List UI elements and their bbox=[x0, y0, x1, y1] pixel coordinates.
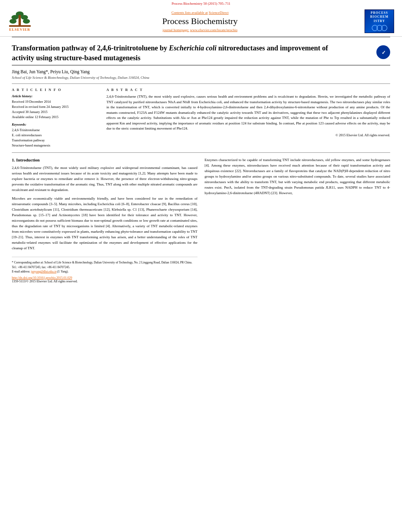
svg-rect-5 bbox=[19, 15, 21, 26]
body-two-col: 1. Introduction 2,4,6-Trinitrotoluene (T… bbox=[12, 158, 390, 283]
sciencedirect-line: Contents lists available at ScienceDirec… bbox=[43, 11, 357, 15]
accepted-date: Accepted 30 January 2015 bbox=[12, 109, 99, 115]
affiliation-line: School of Life Science & Biotechnology, … bbox=[12, 76, 390, 80]
keyword-2: E. coli nitroreductases bbox=[12, 133, 99, 138]
body-right-col: Enzymes characterized to be capable of t… bbox=[205, 158, 390, 283]
footer-section: * Corresponding author at: School of Lif… bbox=[12, 257, 197, 283]
svg-point-4 bbox=[23, 19, 30, 24]
journal-title: Process Biochemistry bbox=[43, 16, 357, 26]
journal-top-bar: Process Biochemistry 50 (2015) 705–711 bbox=[0, 0, 402, 6]
elsevier-label: ELSEVIER bbox=[9, 28, 30, 32]
crossmark-icon: ✓ bbox=[376, 45, 390, 59]
article-title-section: Transformation pathway of 2,4,6-trinitro… bbox=[12, 43, 390, 65]
keyword-3: Transformation pathway bbox=[12, 138, 99, 143]
footnote-tel: Tel.: +86 411 84707245; fax: +86 411 847… bbox=[12, 265, 197, 269]
intro-para1: 2,4,6-Trinitrotoluene (TNT), the most wi… bbox=[12, 165, 197, 193]
journal-logo-box: PROCESS BIOCHEM ISTRY bbox=[365, 9, 394, 33]
keywords-section: Keywords: 2,4,6-Trinitrotoluene E. coli … bbox=[12, 122, 99, 148]
intro-heading: 1. Introduction bbox=[12, 158, 197, 162]
journal-homepage: journal homepage: www.elsevier.com/locat… bbox=[43, 28, 357, 32]
available-date: Available online 12 February 2015 bbox=[12, 115, 99, 120]
intro-para2: Microbes are economically viable and env… bbox=[12, 196, 197, 251]
abstract-col: A B S T R A C T 2,4,6-Trinitrotoluene (T… bbox=[106, 88, 390, 148]
abstract-heading: A B S T R A C T bbox=[106, 88, 390, 92]
article-info-heading: A R T I C L E I N F O bbox=[12, 88, 99, 92]
svg-rect-6 bbox=[9, 25, 31, 27]
header-center: Contents lists available at ScienceDirec… bbox=[35, 11, 365, 32]
issn-line: 1359-5113/© 2015 Elsevier Ltd. All right… bbox=[12, 280, 197, 283]
keyword-1: 2,4,6-Trinitrotoluene bbox=[12, 128, 99, 133]
body-left-col: 1. Introduction 2,4,6-Trinitrotoluene (T… bbox=[12, 158, 197, 283]
footnote-email: E-mail address: junyang@dlut.edu.cn (J. … bbox=[12, 269, 197, 274]
copyright-line: © 2015 Elsevier Ltd. All rights reserved… bbox=[106, 133, 390, 137]
elsevier-logo-svg bbox=[9, 11, 31, 28]
article-info-col: A R T I C L E I N F O Article history: R… bbox=[12, 88, 99, 148]
keywords-label: Keywords: bbox=[12, 122, 99, 126]
doi-line: http://dx.doi.org/10.1016/j.procbio.2015… bbox=[12, 276, 197, 280]
header-area: ELSEVIER Contents lists available at Sci… bbox=[0, 6, 402, 37]
svg-point-3 bbox=[9, 19, 17, 24]
received-date: Received 19 December 2014 bbox=[12, 99, 99, 104]
article-history-label: Article history: bbox=[12, 94, 99, 98]
section-divider bbox=[12, 152, 390, 153]
crossmark-badge: ✓ bbox=[376, 45, 390, 59]
received-revised-date: Received in revised form 24 January 2015 bbox=[12, 104, 99, 109]
keyword-4: Structure-based mutagenesis bbox=[12, 143, 99, 148]
intro-para3: Enzymes characterized to be capable of t… bbox=[205, 158, 390, 196]
footnote-corresponding: * Corresponding author at: School of Lif… bbox=[12, 260, 197, 265]
elsevier-logo: ELSEVIER bbox=[4, 9, 35, 33]
main-content: Transformation pathway of 2,4,6-trinitro… bbox=[0, 37, 402, 289]
journal-logo-graphic bbox=[372, 24, 387, 32]
two-col-section: A R T I C L E I N F O Article history: R… bbox=[12, 83, 390, 148]
svg-text:✓: ✓ bbox=[381, 50, 385, 56]
abstract-text: 2,4,6-Trinitrotoluene (TNT), the most wi… bbox=[106, 94, 390, 132]
authors-line: Jing Bai, Jun Yang*, Peiyu Liu, Qing Yan… bbox=[12, 69, 390, 74]
article-title: Transformation pathway of 2,4,6-trinitro… bbox=[12, 43, 351, 63]
